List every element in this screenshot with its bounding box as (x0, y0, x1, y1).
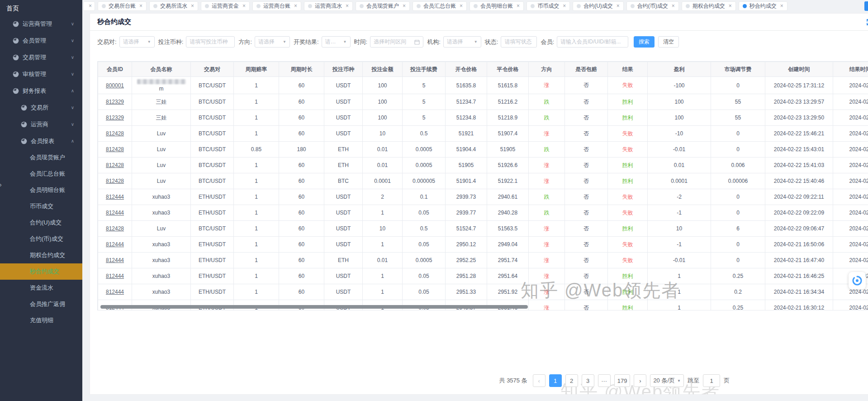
member-id-link[interactable]: 800001 (106, 82, 124, 89)
member-id-link[interactable]: 812428 (106, 178, 124, 184)
filter-input-bet-currency[interactable]: 请填写投注币种 (186, 36, 235, 48)
filter-select-agency[interactable]: 请选择▼ (443, 36, 481, 48)
close-icon[interactable]: × (729, 3, 732, 9)
close-icon[interactable]: × (617, 3, 620, 9)
tab-exchange-ledger[interactable]: 交易所台账× (98, 1, 147, 11)
tab-operator-funds[interactable]: 运营商资金× (201, 1, 250, 11)
sidebar-item-member-spot-account[interactable]: 会员现货账户 (0, 149, 82, 166)
jump-page-input[interactable] (703, 374, 720, 387)
page-button-3[interactable]: 3 (582, 374, 594, 387)
member-id-link[interactable]: 812444 (106, 194, 124, 200)
table-cell: 2024-02- (833, 126, 868, 142)
fullscreen-icon[interactable] (866, 19, 868, 26)
close-icon[interactable]: × (403, 3, 406, 9)
member-id-link[interactable]: 812329 (106, 99, 124, 105)
close-icon[interactable]: × (89, 3, 92, 9)
tab-operator-flow[interactable]: 运营商流水× (304, 1, 353, 11)
tab-spot-trades[interactable]: 币币成交× (526, 1, 570, 11)
support-widget[interactable] (849, 272, 866, 289)
tab-option-contract-trades[interactable]: 期权合约成交× (682, 1, 736, 11)
sidebar-item-audit[interactable]: 审核管理∨ (0, 66, 82, 82)
member-id-link[interactable]: 812329 (106, 115, 124, 121)
horizontal-scrollbar-thumb[interactable] (100, 305, 528, 309)
clear-button[interactable]: 清空 (658, 36, 679, 48)
tab-second-contract-trades[interactable]: 秒合约成交× (739, 1, 787, 11)
member-id-link[interactable]: 812444 (106, 289, 124, 295)
sidebar-item-spot-trades[interactable]: 币币成交 (0, 198, 82, 215)
table-cell: 60 (279, 126, 324, 142)
sidebar-item-member-summary-ledger[interactable]: 会员汇总台账 (0, 166, 82, 182)
sidebar-item-fund-flow[interactable]: 资金流水 (0, 280, 82, 296)
page-button-179[interactable]: 179 (614, 374, 631, 387)
filter-select-lottery-result[interactable]: 请选择▼ (322, 36, 351, 48)
member-id-link[interactable]: 812444 (106, 210, 124, 216)
sidebar-item-option-contract-trades[interactable]: 期权合约成交 (0, 247, 82, 263)
page-size-select[interactable]: 20 条/页▼ (650, 374, 684, 387)
table-cell: 2024-02-22 15:40:46 (765, 173, 833, 189)
sidebar-item-trades[interactable]: 交易管理∨ (0, 49, 82, 66)
sidebar-item-operator[interactable]: 运营商∨ (0, 116, 82, 133)
table-cell: BTC (324, 173, 363, 189)
sidebar-item-member-reports[interactable]: 会员报表∧ (0, 133, 82, 149)
page-button-1[interactable]: 1 (549, 374, 562, 387)
sidebar-item-exchange[interactable]: 交易所∨ (0, 99, 82, 116)
tab-member-summary-ledger[interactable]: 会员汇总台账× (413, 1, 467, 11)
sidebar-collapse-handle[interactable]: › (0, 181, 2, 188)
tab-member-spot-account[interactable]: 会员现货账户× (356, 1, 410, 11)
close-icon[interactable]: × (346, 3, 349, 9)
member-id-link[interactable]: 812428 (106, 146, 124, 153)
sidebar-item-members[interactable]: 会员管理∨ (0, 32, 82, 49)
close-icon[interactable]: × (460, 3, 463, 9)
sidebar-item-home[interactable]: 首页 (0, 0, 82, 15)
member-id-link[interactable]: 812444 (106, 241, 124, 248)
filter-input-member[interactable]: 请输入会员ID/UID/邮箱... (557, 36, 628, 48)
table-cell: 812444 (98, 253, 132, 268)
filter-bet-currency: 投注币种:请填写投注币种 (158, 36, 235, 48)
menu-globe-icon (13, 71, 19, 77)
sidebar-item-second-contract-trades[interactable]: 秒合约成交 (0, 263, 82, 280)
tab-operator-ledger[interactable]: 运营商台账× (252, 1, 301, 11)
close-icon[interactable]: × (294, 3, 297, 9)
sidebar-item-contract-u-trades[interactable]: 合约(U)成交 (0, 215, 82, 231)
table-cell: 0.01 (363, 253, 403, 268)
prev-page-button[interactable]: ‹ (533, 374, 545, 387)
sidebar-item-member-referral-rebate[interactable]: 会员推广返佣 (0, 296, 82, 312)
tab-contract-u-trades[interactable]: 合约(U)成交× (573, 1, 624, 11)
tab-partial[interactable]: × (83, 1, 95, 11)
search-button[interactable]: 搜索 (634, 36, 655, 48)
member-id-link[interactable]: 812428 (106, 225, 124, 232)
sidebar-item-contract-coin-trades[interactable]: 合约(币)成交 (0, 231, 82, 247)
tab-contract-coin-trades[interactable]: 合约(币)成交× (626, 1, 679, 11)
jump-prefix-label: 跳至 (688, 377, 699, 385)
close-icon[interactable]: × (780, 3, 783, 9)
tab-member-detail-ledger[interactable]: 会员明细台账× (470, 1, 524, 11)
member-id-link[interactable]: 812428 (106, 130, 124, 137)
filter-select-pair[interactable]: 请选择▼ (119, 36, 155, 48)
sidebar-item-finance-reports[interactable]: 财务报表∧ (0, 82, 82, 99)
table-cell: 失败 (608, 142, 648, 158)
member-id-link[interactable]: 812444 (106, 273, 124, 279)
member-id-link[interactable]: 812444 (106, 257, 124, 263)
column-header: 创建时间 (765, 62, 833, 77)
page-button-2[interactable]: 2 (565, 374, 578, 387)
sidebar-item-member-detail-ledger[interactable]: 会员明细台账 (0, 182, 82, 198)
close-icon[interactable]: × (517, 3, 520, 9)
sidebar-item-operators[interactable]: 运营商管理∨ (0, 15, 82, 32)
table-cell: 2024-02- (833, 77, 868, 94)
member-id-link[interactable]: 812428 (106, 162, 124, 168)
close-icon[interactable]: × (139, 3, 142, 9)
close-icon[interactable]: × (191, 3, 194, 9)
menu-globe-icon (13, 38, 19, 44)
tag-options-button[interactable]: 标签选项 ▼ (864, 1, 868, 11)
table-cell: 10 (363, 126, 403, 142)
filter-select-direction[interactable]: 请选择▼ (255, 36, 290, 48)
sidebar-item-deposit-detail[interactable]: 充值明细 (0, 312, 82, 329)
tab-exchange-flow[interactable]: 交易所流水× (149, 1, 198, 11)
close-icon[interactable]: × (563, 3, 566, 9)
table-cell: 1 (363, 268, 403, 284)
close-icon[interactable]: × (242, 3, 246, 9)
filter-input-time[interactable]: 选择时间区间 (370, 36, 423, 48)
next-page-button[interactable]: › (634, 374, 646, 387)
filter-input-status[interactable]: 请填写状态 (501, 36, 537, 48)
close-icon[interactable]: × (672, 3, 675, 9)
